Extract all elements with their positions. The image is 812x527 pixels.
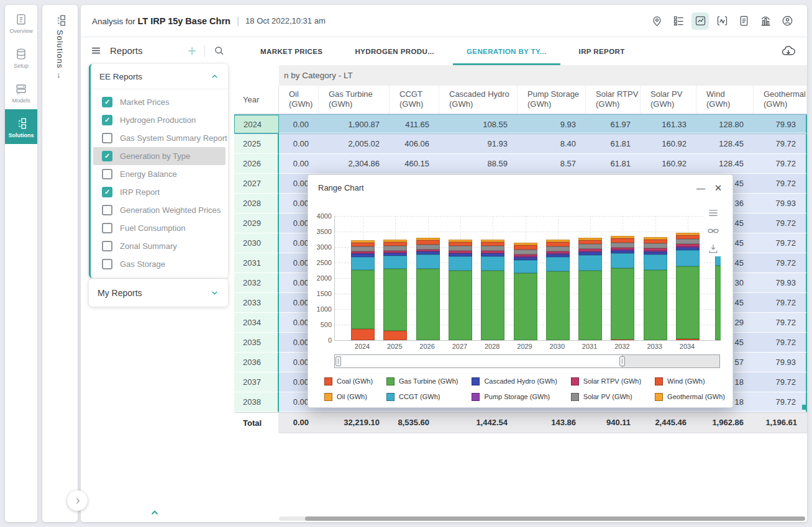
stacked-bar[interactable] <box>578 238 602 340</box>
document-icon[interactable] <box>735 12 752 30</box>
report-checkbox-item[interactable]: ✓Market Prices <box>93 93 226 111</box>
sidebar-item-overview[interactable]: Overview <box>5 5 37 40</box>
table-row[interactable]: 20250.002,005.02406.0691.938.4061.81160.… <box>234 134 807 154</box>
stacked-bar[interactable] <box>416 238 440 340</box>
stacked-bar[interactable] <box>644 237 667 340</box>
tab-irp-report[interactable]: IRP REPORT <box>563 37 641 65</box>
report-checkbox-item[interactable]: ✓Generation by Type <box>93 147 226 165</box>
checkbox-checked[interactable]: ✓ <box>102 97 112 107</box>
stats-chart-icon[interactable] <box>713 12 731 30</box>
legend-label: Wind (GWh) <box>667 377 705 385</box>
value-cell: 406.06 <box>390 134 439 154</box>
cloud-download-icon[interactable] <box>781 43 796 58</box>
chevron-up-icon[interactable] <box>210 72 219 81</box>
bar-segment-gas-turbine-gwh- <box>514 273 537 340</box>
table-resize-handle[interactable] <box>802 405 807 410</box>
stacked-bar[interactable] <box>481 240 504 340</box>
stacked-bar[interactable] <box>351 240 375 340</box>
minimize-icon[interactable]: — <box>694 181 708 195</box>
checkbox-checked[interactable]: ✓ <box>102 151 112 161</box>
report-checkbox-item[interactable]: Fuel Consumption <box>93 219 226 237</box>
value-cell: 79.72 <box>754 372 807 392</box>
location-pin-icon[interactable] <box>648 12 665 30</box>
checkbox-unchecked[interactable] <box>102 133 112 143</box>
legend-item[interactable]: Pump Storage (GWh) <box>472 390 557 403</box>
range-slider-right-handle[interactable] <box>619 356 625 366</box>
chart-menu-icon[interactable] <box>707 207 719 219</box>
legend-item[interactable]: Solar RTPV (GWh) <box>571 375 641 387</box>
stacked-bar[interactable] <box>383 240 407 340</box>
chart-link-icon[interactable] <box>707 225 719 237</box>
report-checkbox-item[interactable]: Generation Weighted Prices <box>93 201 226 219</box>
checkbox-checked[interactable]: ✓ <box>102 115 112 125</box>
checkbox-checked[interactable]: ✓ <box>102 187 112 197</box>
legend-item[interactable]: Solar PV (GWh) <box>571 390 641 403</box>
tab-market-prices[interactable]: MARKET PRICES <box>244 37 339 65</box>
assistant-icon[interactable] <box>778 12 796 30</box>
x-tick-label: 2030 <box>550 343 565 350</box>
bar-segment-solar-pv-gwh- <box>644 243 667 248</box>
report-checkbox-item[interactable]: Gas Storage <box>93 255 226 273</box>
search-icon[interactable] <box>213 45 225 56</box>
legend-item[interactable]: CCGT (GWh) <box>386 390 458 403</box>
report-checkbox-item[interactable]: Energy Balance <box>93 165 226 183</box>
scroll-up-chevron-icon[interactable] <box>149 507 160 518</box>
expand-panel-button[interactable] <box>67 490 88 511</box>
sidebar-item-setup[interactable]: Setup <box>5 40 37 74</box>
range-slider-left-handle[interactable] <box>335 356 341 366</box>
stacked-bar[interactable] <box>514 243 537 340</box>
ee-reports-header[interactable]: EE Reports <box>91 64 228 89</box>
year-cell: 2028 <box>234 194 279 214</box>
report-checkbox-item[interactable]: ✓Hydrogen Production <box>93 111 226 129</box>
close-icon[interactable]: ✕ <box>711 181 725 195</box>
horizontal-scrollbar-thumb[interactable] <box>305 516 805 521</box>
bar-segment-ccgt-gwh- <box>644 254 667 270</box>
chevron-down-icon[interactable] <box>210 288 219 297</box>
x-tick-label: 2028 <box>485 343 500 350</box>
chart-download-icon[interactable] <box>707 243 719 255</box>
legend-item[interactable]: Cascaded Hydro (GWh) <box>472 375 557 387</box>
value-cell: 79.72 <box>754 392 807 412</box>
checkbox-unchecked[interactable] <box>102 223 112 233</box>
report-item-label: Zonal Summary <box>120 241 177 251</box>
legend-item[interactable]: Gas Turbine (GWh) <box>386 375 458 387</box>
checklist-icon[interactable] <box>670 12 687 30</box>
bar-segment-ccgt-gwh- <box>351 257 375 270</box>
range-slider[interactable] <box>334 354 720 368</box>
trend-chart-icon[interactable] <box>691 12 709 30</box>
legend-item[interactable]: Geothermal (GWh) <box>655 390 725 403</box>
bar-segment-ccgt-gwh- <box>611 253 634 268</box>
checkbox-unchecked[interactable] <box>102 169 112 179</box>
checkbox-unchecked[interactable] <box>102 259 112 269</box>
tab-generation-by-ty-[interactable]: GENERATION BY TY... <box>450 37 563 65</box>
my-reports-card[interactable]: My Reports <box>89 279 228 307</box>
models-icon <box>14 82 28 96</box>
sidebar-item-solutions[interactable]: Solutions <box>5 109 37 144</box>
report-checkbox-item[interactable]: Gas System Summary Report <box>93 129 226 147</box>
year-cell: 2035 <box>234 333 279 353</box>
range-slider-selection <box>335 355 623 367</box>
sidebar-item-models[interactable]: Models <box>5 74 37 109</box>
report-checkbox-item[interactable]: Zonal Summary <box>93 237 226 255</box>
stacked-bar[interactable] <box>546 240 570 340</box>
stacked-bar[interactable] <box>676 233 700 340</box>
histogram-icon[interactable] <box>757 12 774 30</box>
legend-item[interactable]: Coal (GWh) <box>324 375 373 387</box>
legend-swatch <box>472 377 480 385</box>
checkbox-unchecked[interactable] <box>102 205 112 215</box>
menu-icon[interactable] <box>90 45 102 56</box>
solutions-icon <box>53 14 67 27</box>
stacked-bar[interactable] <box>611 236 634 340</box>
legend-item[interactable]: Oil (GWh) <box>324 390 373 403</box>
legend-label: Cascaded Hydro (GWh) <box>484 377 557 385</box>
legend-item[interactable]: Wind (GWh) <box>655 375 725 387</box>
stacked-bar[interactable] <box>715 245 721 340</box>
checkbox-unchecked[interactable] <box>102 241 112 251</box>
table-row[interactable]: 20260.002,304.86460.1588.598.5761.81160.… <box>234 154 807 174</box>
report-checkbox-item[interactable]: ✓IRP Report <box>93 183 226 201</box>
report-item-label: Fuel Consumption <box>120 223 186 233</box>
stacked-bar[interactable] <box>449 240 472 340</box>
add-report-button[interactable]: + <box>188 45 196 57</box>
tab-hydrogen-produ-[interactable]: HYDROGEN PRODU... <box>339 37 450 65</box>
table-row[interactable]: 20240.001,900.87411.65108.559.9361.97161… <box>234 114 807 134</box>
